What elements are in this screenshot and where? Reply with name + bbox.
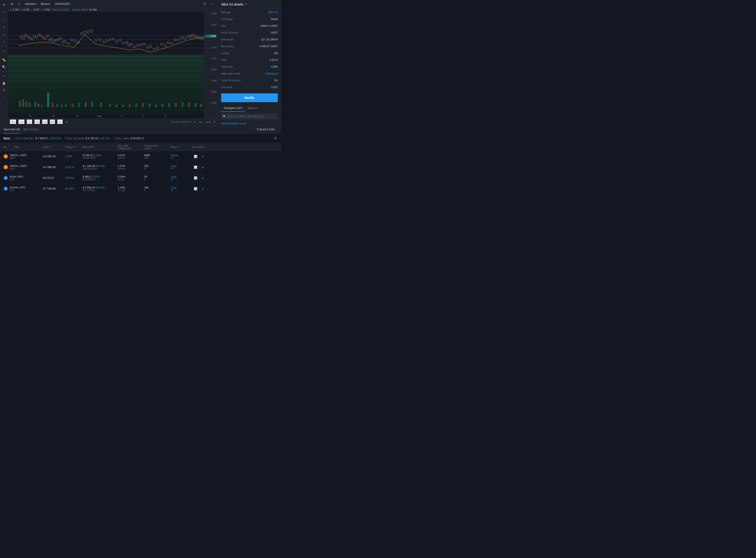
timeframe-7d[interactable]: 7d	[27, 119, 32, 124]
stats-button[interactable]: 📊	[193, 153, 199, 159]
svg-point-27	[174, 39, 176, 41]
total-pnl-label: Sum. total P&L:	[16, 137, 34, 140]
timeframe-1d[interactable]: 1d	[42, 119, 48, 124]
detail-exchange-value: Huobi	[271, 18, 278, 21]
text-tool[interactable]: T	[1, 25, 7, 31]
stats-button[interactable]: 📊	[193, 186, 199, 192]
fullscreen-icon[interactable]: ⤢	[209, 1, 216, 7]
share-earn-button[interactable]: $ Share & Earn	[254, 127, 278, 132]
svg-point-38	[40, 35, 42, 37]
tx-num: 232	[144, 164, 171, 168]
timeframe-3d[interactable]: 3d	[34, 119, 40, 124]
help-profit-th[interactable]: ?	[93, 146, 94, 148]
chart-type-btn[interactable]: 🕯	[17, 2, 21, 6]
help-change-th[interactable]: ?	[74, 146, 76, 148]
open-label: O	[10, 8, 11, 11]
lock-tool[interactable]: 🔒	[1, 80, 7, 86]
more-tools[interactable]: ⋯	[1, 94, 7, 100]
indicators-btn[interactable]: Indicators	[24, 2, 37, 6]
magnet-tool[interactable]: ⌖	[1, 73, 7, 79]
exchange-label[interactable]: Binance	[40, 2, 51, 6]
crosshair-tool[interactable]: ✚	[1, 2, 7, 8]
trading-time: 23d 8h	[118, 168, 144, 170]
help-icon[interactable]: ?	[245, 3, 247, 6]
timeframe-6h[interactable]: 6h	[50, 119, 56, 124]
modify-button[interactable]: Modify	[221, 93, 278, 102]
settings-icon-bottom[interactable]: ⚙	[213, 120, 216, 123]
trading-cell: 1.57% 23d 8h	[118, 164, 144, 170]
timeframe-label[interactable]: 1h	[10, 2, 14, 6]
log-mode[interactable]: log	[198, 120, 203, 124]
help-status-th[interactable]: ?	[178, 146, 179, 148]
pair-name: ALPHA / BTC	[10, 186, 26, 189]
emoji-tool[interactable]: ☺	[1, 48, 7, 54]
auto-mode[interactable]: auto	[205, 120, 212, 124]
price-tick-700: 0.700	[205, 57, 217, 60]
help-pnl-icon[interactable]: ?	[14, 137, 16, 140]
percent-mode[interactable]: %	[193, 120, 197, 124]
zoom-tool[interactable]: 🔍	[1, 64, 7, 70]
svg-rect-86	[129, 104, 130, 107]
chart-section: 1h 🕯 Indicators Binance 1INCH/USDT ⚙ ⤢ O…	[8, 0, 218, 125]
status-text: Long	[171, 175, 176, 178]
stop-button[interactable]: ⊘	[200, 186, 206, 192]
tab-spot-bots[interactable]: Spot bots (9)	[3, 125, 20, 133]
tab-spot-history[interactable]: Spot history	[23, 125, 39, 133]
svg-point-24	[156, 47, 158, 49]
ruler-tool[interactable]: 📏	[1, 57, 7, 63]
timeframe-3m[interactable]: 3m	[10, 119, 17, 124]
pair-info: AGIX / BTC DCA	[10, 175, 24, 181]
compare-icon[interactable]: ⊞	[66, 120, 68, 123]
pair-label[interactable]: 1INCH/USDT	[54, 2, 71, 6]
detail-pair-value: 1INCH / USDT	[260, 24, 278, 27]
tx-cell: 232 0	[144, 164, 171, 170]
svg-point-1	[24, 34, 27, 37]
line-tool[interactable]: ╱	[1, 18, 7, 24]
timeframe-1h[interactable]: 1h	[57, 119, 63, 124]
eye-tool[interactable]: 👁	[1, 87, 7, 93]
stop-button[interactable]: ⊘	[200, 164, 206, 170]
status-sub: TP	[171, 189, 173, 192]
table-row: H 1INCH / USDT DCA $ 4 366.36 33.51% $ 1…	[0, 162, 281, 173]
tab-strategies[interactable]: Strategies (427)	[221, 105, 245, 112]
search-input[interactable]	[227, 115, 276, 118]
low-value: 0.787	[33, 8, 40, 11]
svg-point-47	[87, 30, 90, 33]
svg-point-11	[71, 39, 73, 41]
th-options: Bot options	[193, 144, 215, 150]
filter-button[interactable]: ⚙	[273, 135, 278, 141]
table-header: Ex. Pair Value ? Change ? Bot profit ? A…	[0, 143, 281, 151]
bot-profit-cell: $ 126.02 3.22% 125.99 USDT	[83, 154, 118, 159]
candlestick-chart	[8, 11, 204, 92]
detail-high-price-mode-value: Trailing Up	[265, 72, 278, 75]
detail-bot-type-value: SBot V2	[268, 11, 278, 14]
stats-button[interactable]: 📊	[193, 175, 199, 181]
detail-sell-orders: Sell orders 517.19 1INCH	[221, 36, 278, 43]
svg-point-16	[106, 40, 108, 42]
timeframe-1m[interactable]: 1m	[18, 119, 25, 124]
bot-profit-pct: (+20.7%)	[99, 137, 110, 140]
search-box[interactable]: 🔍	[221, 113, 278, 119]
help-value-th[interactable]: ?	[50, 146, 51, 148]
drawing-tool[interactable]: ✏	[1, 32, 7, 38]
help-profit-icon[interactable]: ?	[65, 137, 66, 140]
svg-rect-71	[37, 104, 39, 107]
date-label-aug: Aug	[98, 115, 102, 117]
settings-icon[interactable]: ⚙	[202, 1, 208, 7]
stats-button[interactable]: 📊	[193, 164, 199, 170]
stop-button[interactable]: ⊘	[200, 153, 206, 159]
tab-balance[interactable]: Balance	[245, 105, 260, 112]
status-badge: Active TU	[171, 154, 193, 159]
pattern-tool[interactable]: ⌇	[1, 39, 7, 45]
pair-cell: B AGIX / BTC DCA	[3, 175, 43, 181]
avg-daily: 1.34%	[118, 186, 144, 189]
cursor-tool[interactable]: ↖	[1, 9, 7, 15]
pair-info: ALPHA / BTC DCA	[10, 186, 26, 192]
chart-main[interactable]: TV 29 30 31 Aug 2 3 4 0.850 0.800 0.789 …	[8, 11, 217, 118]
help-value-icon[interactable]: ?	[113, 137, 115, 140]
svg-text:TV: TV	[24, 103, 27, 106]
stop-button[interactable]: ⊘	[200, 175, 206, 181]
svg-rect-89	[149, 103, 150, 107]
volume-sma-value: 82.28K	[90, 8, 97, 11]
svg-rect-79	[78, 103, 80, 107]
